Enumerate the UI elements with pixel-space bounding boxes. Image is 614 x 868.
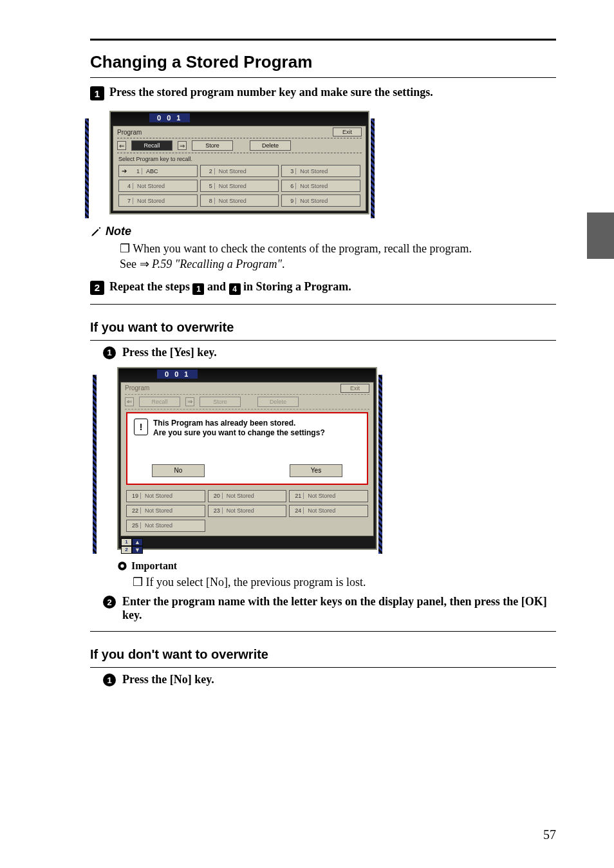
important-body: ❒ If you select [No], the previous progr… [133, 574, 556, 590]
screenshot-1-panel: Program Exit ⇐ Recall ⇒ Store Delete Sel… [113, 126, 366, 211]
slot-label: Not Stored [137, 183, 165, 189]
sub1-prefix: Press the [122, 346, 170, 359]
delete-tab[interactable]: Delete [250, 140, 291, 151]
program-slot[interactable]: 4Not Stored [118, 180, 198, 192]
slot-label: Not Stored [219, 198, 247, 204]
step-1: 1 Press the stored program number key an… [90, 86, 556, 100]
slot-num: 22 [129, 507, 141, 514]
slot-label: Not Stored [300, 198, 328, 204]
slot-label: ABC [146, 168, 158, 175]
overwrite-title: If you want to overwrite [90, 320, 556, 335]
inline-badge-4: 4 [229, 283, 241, 295]
slot-num: 25 [129, 522, 141, 529]
mode-row: ⇐ Recall ⇒ Store Delete [125, 394, 369, 410]
slot-label: Not Stored [227, 493, 254, 499]
dialog-line-1: This Program has already been stored. [153, 419, 325, 429]
slot-num: 9 [284, 198, 296, 204]
panel-title-text: Program [125, 384, 149, 392]
overwrite-sub2: 2 Enter the program name with the letter… [103, 595, 556, 622]
note-body: ❒ When you want to check the contents of… [120, 241, 556, 272]
noover-key: [No] [170, 673, 192, 686]
slot-num: 3 [284, 168, 296, 175]
program-slot[interactable]: ➔1ABC [118, 165, 198, 177]
program-slot: 25Not Stored [126, 520, 205, 532]
dialog-yes-button[interactable]: Yes [290, 464, 342, 477]
inline-badge-1: 1 [192, 283, 204, 295]
arrow-left-icon: ⇐ [125, 397, 134, 406]
note-heading: Note [90, 225, 556, 238]
gear-icon [117, 561, 127, 571]
dialog-no-button[interactable]: No [152, 464, 205, 477]
slot-num: 6 [284, 183, 296, 189]
slot-num: 20 [211, 493, 223, 499]
program-slot[interactable]: 2Not Stored [200, 165, 279, 177]
slot-label: Not Stored [227, 507, 254, 514]
arrow-right-icon: ⇒ [178, 141, 187, 150]
sub2-key: [OK] [521, 595, 547, 608]
pencil-icon [90, 226, 102, 238]
pager-down-icon[interactable]: ▼ [132, 546, 143, 554]
overwrite-sub1: 1 Press the [Yes] key. [103, 346, 556, 359]
mode-row: ⇐ Recall ⇒ Store Delete [117, 138, 362, 153]
program-slot[interactable]: 6Not Stored [281, 180, 360, 192]
counter-display: 0 0 1 [157, 370, 198, 379]
slot-label: Not Stored [145, 522, 172, 529]
important-key: [No] [206, 576, 228, 589]
step-1-badge: 1 [90, 86, 104, 100]
slot-num: 19 [129, 493, 141, 499]
program-slot: 21Not Stored [289, 490, 368, 502]
slot-num: 4 [122, 183, 133, 189]
slot-label: Not Stored [300, 168, 328, 175]
program-slot[interactable]: 9Not Stored [281, 194, 360, 207]
slot-label: Not Stored [145, 507, 172, 514]
substep-2-text: Enter the program name with the letter k… [122, 595, 556, 622]
arrow-icon: ➔ [122, 167, 127, 175]
slot-label: Not Stored [308, 493, 335, 499]
warning-icon: ! [134, 419, 148, 435]
divider [90, 304, 556, 305]
slot-label: Not Stored [219, 168, 247, 175]
screenshot-2-panel: Program Exit ⇐ Recall ⇒ Store Delete ! T… [120, 382, 374, 536]
sub2-b: key. [122, 609, 142, 621]
recall-tab[interactable]: Recall [131, 140, 172, 151]
store-tab[interactable]: Store [192, 140, 233, 151]
step-2-prefix: Repeat the steps [109, 280, 192, 293]
step-1-text: Press the stored program number key and … [109, 86, 433, 99]
important-pre: If you select [146, 576, 206, 589]
slot-label: Not Stored [308, 507, 335, 514]
step-2-text: Repeat the steps 1 and 4 in Storing a Pr… [109, 280, 351, 295]
slot-num: 2 [203, 168, 215, 175]
program-grid: 19Not Stored 20Not Stored 21Not Stored 2… [121, 489, 373, 533]
pager-up-icon[interactable]: ▲ [132, 538, 143, 546]
program-slot[interactable]: 7Not Stored [118, 194, 198, 207]
pager[interactable]: 1 ▲ 2 ▼ [121, 538, 143, 549]
program-slot[interactable]: 3Not Stored [281, 165, 360, 177]
program-grid: ➔1ABC 2Not Stored 3Not Stored 4Not Store… [113, 164, 366, 208]
screenshot-1: 0 0 1 Program Exit ⇐ Recall ⇒ Store Dele… [109, 111, 369, 214]
substep-1-text: Press the [No] key. [122, 673, 214, 686]
substep-1-badge: 1 [103, 346, 116, 359]
pager-current: 1 [121, 538, 132, 546]
store-tab: Store [200, 397, 241, 407]
slot-label: Not Stored [300, 183, 328, 189]
program-slot: 19Not Stored [126, 490, 205, 502]
note-see: See [120, 258, 136, 270]
important-post: , the previous program is lost. [228, 576, 366, 589]
rule-under-sub [90, 667, 556, 668]
exit-button[interactable]: Exit [333, 127, 362, 137]
slot-num: 24 [292, 507, 304, 514]
program-slot[interactable]: 5Not Stored [200, 180, 279, 192]
hint-text: Select Program key to recall. [113, 155, 366, 164]
program-slot[interactable]: 8Not Stored [200, 194, 279, 207]
noover-prefix: Press the [122, 673, 170, 686]
hatch-left [85, 118, 89, 218]
noover-sub1: 1 Press the [No] key. [103, 673, 556, 686]
substep-2-badge: 2 [103, 596, 116, 609]
svg-point-1 [120, 564, 124, 567]
recall-tab: Recall [139, 397, 180, 407]
program-slot: 24Not Stored [289, 505, 368, 517]
arrow-right-icon: ⇒ [185, 397, 194, 406]
pager-total: 2 [121, 546, 132, 554]
section-title: Changing a Stored Program [90, 52, 556, 72]
slot-label: Not Stored [137, 198, 165, 204]
